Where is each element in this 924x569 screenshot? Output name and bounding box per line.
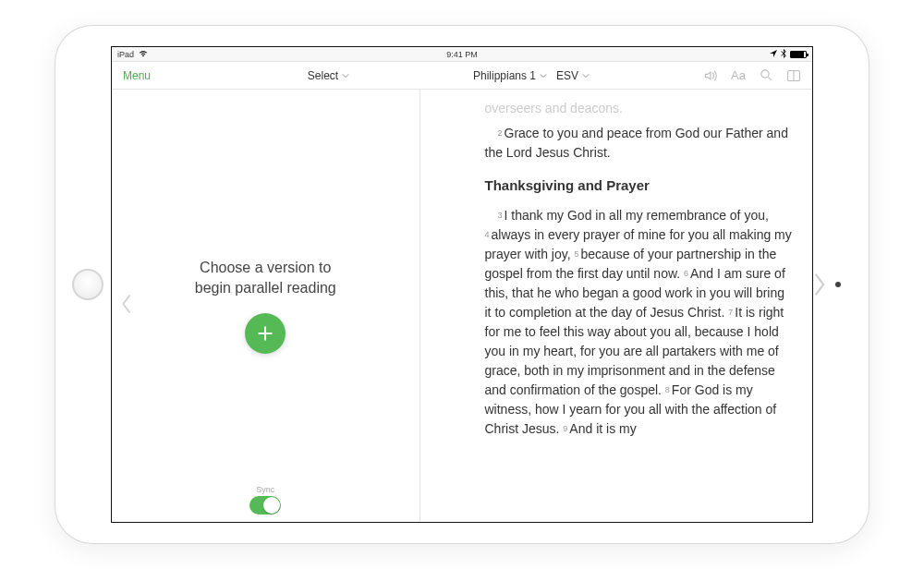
parallel-placeholder: Choose a version to begin parallel readi… [195, 258, 336, 299]
section-heading: Thanksgiving and Prayer [485, 176, 793, 197]
sync-control: Sync [249, 485, 281, 515]
svg-point-0 [760, 70, 768, 78]
prev-page-chevron[interactable] [92, 268, 113, 301]
sync-label: Sync [256, 485, 274, 494]
camera-dot [835, 282, 841, 287]
clock: 9:41 PM [446, 50, 478, 59]
verse-number: 7 [728, 308, 733, 317]
device-label: iPad [117, 50, 134, 59]
reading-pane[interactable]: overseers and deacons. 2Grace to you and… [420, 90, 813, 522]
verse-number: 8 [665, 385, 670, 394]
chevron-down-icon [582, 73, 590, 79]
plus-icon [256, 324, 274, 343]
next-page-chevron[interactable] [809, 268, 830, 301]
audio-icon[interactable] [703, 68, 718, 83]
pane-prev-chevron[interactable] [121, 293, 132, 319]
menu-button[interactable]: Menu [123, 69, 151, 82]
cutoff-prev-line: overseers and deacons. [485, 99, 793, 118]
ipad-frame: iPad 9:41 PM Menu Select [55, 26, 869, 543]
parallel-pane-empty: Choose a version to begin parallel readi… [112, 90, 420, 522]
verse-number: 6 [684, 269, 688, 278]
search-icon[interactable] [759, 68, 773, 83]
verse-number: 5 [575, 249, 579, 259]
book-label: Philippians 1 [473, 69, 536, 82]
sync-toggle[interactable] [249, 496, 281, 515]
location-icon [770, 50, 777, 59]
chevron-down-icon [540, 73, 547, 79]
verse-2: 2Grace to you and peace from God our Fat… [485, 124, 793, 163]
bluetooth-icon [781, 49, 786, 60]
svg-line-1 [768, 77, 771, 79]
content-panes: Choose a version to begin parallel readi… [112, 90, 812, 522]
book-chapter-dropdown[interactable]: Philippians 1 [473, 69, 547, 82]
verse-number: 4 [485, 230, 490, 239]
verse-number: 3 [498, 211, 503, 220]
chevron-down-icon [342, 73, 349, 79]
battery-icon [790, 51, 807, 58]
version-dropdown[interactable]: ESV [556, 69, 590, 82]
verses-3-9: 3I thank my God in all my remembrance of… [485, 206, 793, 439]
app-toolbar: Menu Select Philippians 1 ESV [112, 62, 812, 90]
verse-number: 2 [498, 128, 503, 138]
select-label: Select [308, 69, 338, 82]
select-version-dropdown[interactable]: Select [308, 69, 349, 82]
version-label: ESV [556, 69, 578, 82]
screen: iPad 9:41 PM Menu Select [111, 46, 813, 523]
wifi-icon [138, 50, 149, 58]
font-settings-button[interactable]: Aa [731, 68, 746, 82]
parallel-view-icon[interactable] [786, 68, 801, 83]
verse-number: 9 [563, 424, 567, 433]
status-bar: iPad 9:41 PM [112, 47, 812, 62]
bottom-fade [420, 502, 813, 522]
add-version-button[interactable] [245, 313, 286, 354]
